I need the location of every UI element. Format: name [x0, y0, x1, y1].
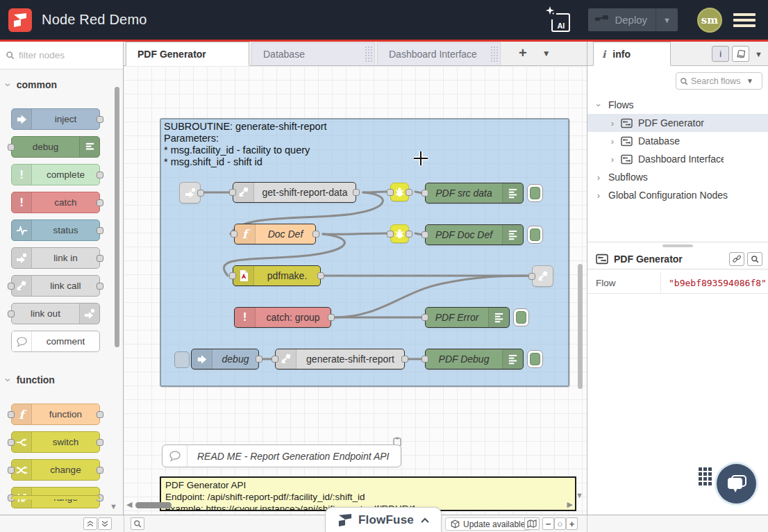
- palette-collapse-all-button[interactable]: [83, 517, 97, 530]
- node-pdf-debug[interactable]: PDF Debug: [425, 349, 524, 369]
- help-book-button[interactable]: [732, 46, 749, 62]
- zoom-out-button[interactable]: −: [542, 517, 554, 530]
- input-port[interactable]: [8, 283, 15, 290]
- flowfuse-button[interactable]: FlowFuse: [325, 507, 442, 532]
- node-doc-def[interactable]: f Doc Def: [234, 224, 316, 244]
- chevron-right-icon[interactable]: ›: [608, 118, 617, 128]
- tree-global-config[interactable]: › Global Configuration Nodes: [587, 186, 768, 204]
- output-port[interactable]: [328, 314, 335, 321]
- output-port[interactable]: [353, 189, 360, 196]
- input-port[interactable]: [528, 273, 535, 280]
- flow-list-caret-icon[interactable]: ▼: [542, 49, 551, 65]
- input-port[interactable]: [229, 189, 236, 196]
- input-port[interactable]: [387, 189, 394, 196]
- palette-node-link-out[interactable]: link out: [11, 303, 100, 324]
- output-port[interactable]: [97, 116, 103, 123]
- debug-trace-node[interactable]: [390, 183, 409, 201]
- update-available-button[interactable]: Update available: [445, 517, 531, 531]
- input-port[interactable]: [421, 190, 428, 197]
- node-inject-debug[interactable]: debug: [191, 349, 259, 369]
- node-pdf-error[interactable]: PDF Error: [425, 307, 510, 328]
- input-port[interactable]: [8, 439, 15, 446]
- output-port[interactable]: [312, 231, 319, 238]
- input-port[interactable]: [8, 411, 15, 418]
- api-note-block[interactable]: PDF Generator API Endpoint: /api/shift-r…: [160, 476, 576, 511]
- node-readme-comment[interactable]: READ ME - Report Generation Endpoint API: [162, 444, 401, 467]
- main-menu-button[interactable]: [733, 10, 756, 30]
- input-port[interactable]: [8, 144, 15, 151]
- palette-filter-input[interactable]: [19, 50, 109, 60]
- palette-node-debug[interactable]: debug: [11, 136, 100, 158]
- chevron-right-icon[interactable]: ›: [608, 154, 617, 165]
- zoom-reset-button[interactable]: ○: [554, 517, 566, 530]
- chat-widget-button[interactable]: [717, 464, 756, 504]
- palette-node-catch[interactable]: ! catch: [11, 192, 100, 213]
- palette-node-link-in[interactable]: link in: [11, 247, 100, 269]
- ai-assistant-button[interactable]: AI: [546, 8, 570, 32]
- tree-subflows[interactable]: › Subflows: [587, 168, 768, 186]
- node-pdfmake[interactable]: pdfmake.: [233, 265, 321, 286]
- output-port[interactable]: [97, 283, 103, 290]
- palette-node-inject[interactable]: inject: [11, 108, 100, 130]
- user-avatar[interactable]: sm: [697, 8, 722, 33]
- palette-node-link-call[interactable]: link call: [11, 275, 100, 297]
- flow-search-box[interactable]: ▼: [676, 72, 762, 90]
- output-port[interactable]: [97, 227, 103, 234]
- output-port[interactable]: [97, 172, 103, 178]
- chevron-right-icon[interactable]: ›: [594, 190, 603, 201]
- debug-toggle-button[interactable]: [527, 226, 543, 244]
- node-pdf-doc-def[interactable]: PDF Doc Def: [425, 224, 524, 245]
- sidebar-caret-icon[interactable]: ▼: [755, 50, 762, 58]
- deploy-button[interactable]: Deploy ▼: [588, 8, 678, 31]
- input-port[interactable]: [387, 231, 394, 238]
- output-port[interactable]: [97, 411, 103, 418]
- input-port[interactable]: [8, 310, 15, 317]
- node-generate-shift-report[interactable]: generate-shift-report: [275, 349, 405, 369]
- tree-flows-root[interactable]: › Flows: [587, 96, 768, 114]
- tree-flow-pdf-generator[interactable]: › PDF Generator: [587, 114, 768, 132]
- palette-node-status[interactable]: status: [11, 219, 100, 241]
- chevron-right-icon[interactable]: ›: [594, 172, 603, 183]
- zoom-in-button[interactable]: +: [566, 517, 578, 530]
- canvas-scroll-right-icon[interactable]: ▶: [567, 500, 573, 509]
- output-port[interactable]: [97, 199, 103, 206]
- palette-node-comment[interactable]: comment: [11, 331, 100, 352]
- palette-filter[interactable]: [0, 42, 123, 69]
- canvas-scroll-down-icon[interactable]: ▼: [576, 491, 583, 499]
- output-port[interactable]: [406, 189, 412, 196]
- info-view-button[interactable]: i: [712, 46, 729, 62]
- canvas-search-button[interactable]: [131, 517, 144, 530]
- chevron-right-icon[interactable]: ›: [608, 136, 617, 147]
- input-port[interactable]: [272, 356, 278, 363]
- output-port[interactable]: [197, 190, 204, 197]
- tab-dashboard-interface[interactable]: Dashboard Interface: [377, 42, 501, 65]
- input-port[interactable]: [231, 231, 237, 238]
- link-out-node[interactable]: [532, 265, 553, 287]
- palette-node-complete[interactable]: ! complete: [11, 164, 100, 185]
- flow-canvas[interactable]: SUBROUTINE: generate-shift-report Parame…: [124, 66, 587, 515]
- debug-toggle-button[interactable]: [513, 308, 529, 326]
- palette-expand-all-button[interactable]: [98, 517, 112, 530]
- palette-node-switch[interactable]: switch: [11, 431, 100, 453]
- output-port[interactable]: [317, 272, 324, 279]
- sidebar-tab-info[interactable]: i info: [593, 42, 671, 66]
- flow-search-input[interactable]: [691, 76, 745, 86]
- output-port[interactable]: [97, 439, 103, 446]
- input-port[interactable]: [229, 272, 236, 279]
- tab-database[interactable]: Database: [251, 42, 375, 65]
- tree-flow-database[interactable]: › Database: [587, 132, 768, 150]
- navigator-map-button[interactable]: [524, 517, 540, 530]
- output-port[interactable]: [406, 231, 412, 238]
- tree-flow-dashboard-interface[interactable]: › Dashboard Interface: [587, 150, 768, 168]
- canvas-horizontal-scrollbar[interactable]: [135, 502, 172, 508]
- input-port[interactable]: [421, 356, 428, 363]
- debug-trace-node[interactable]: [390, 224, 409, 243]
- palette-scroll-down-icon[interactable]: ▼: [110, 502, 117, 510]
- node-catch-group[interactable]: ! catch: group: [234, 307, 331, 328]
- output-port[interactable]: [97, 467, 103, 474]
- widget-drag-handle[interactable]: [699, 467, 712, 498]
- input-port[interactable]: [8, 467, 15, 474]
- copy-link-button[interactable]: [729, 252, 744, 266]
- output-port[interactable]: [256, 356, 262, 363]
- output-port[interactable]: [401, 356, 408, 363]
